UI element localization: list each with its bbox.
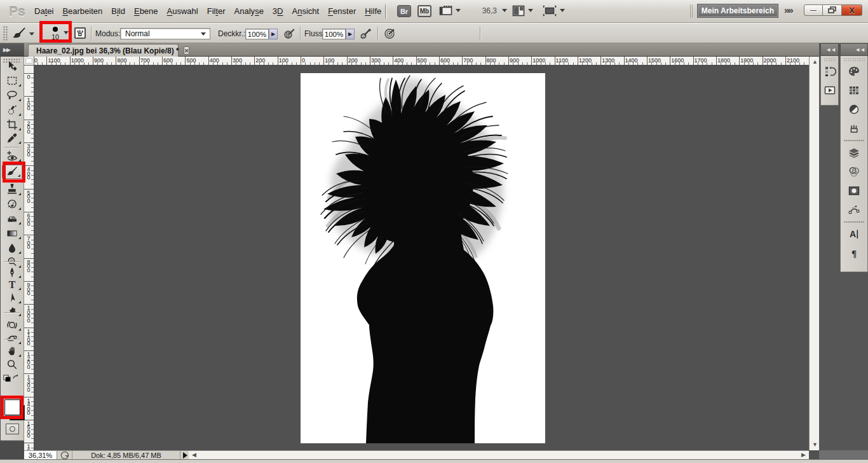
- history-brush-tool[interactable]: [2, 197, 22, 211]
- move-icon: [6, 60, 18, 72]
- panel-color-button[interactable]: [841, 62, 867, 80]
- menu-filter[interactable]: Filter: [203, 4, 230, 18]
- options-bar-grip[interactable]: [3, 26, 8, 41]
- arrange-documents-arrow[interactable]: [528, 9, 533, 12]
- tab-close-button[interactable]: ✕: [184, 46, 190, 55]
- hand-tool[interactable]: [2, 344, 22, 358]
- panel-paths-button[interactable]: [841, 201, 867, 219]
- flow-slider-button[interactable]: ▶: [346, 29, 355, 39]
- panel-swatches-button[interactable]: [841, 81, 867, 99]
- menu-bearbeiten[interactable]: Bearbeiten: [58, 4, 107, 18]
- default-colors-icon[interactable]: [3, 373, 20, 382]
- panel-masks-button[interactable]: [841, 182, 867, 200]
- menu-3d[interactable]: 3D: [268, 4, 288, 18]
- panel-styles-button[interactable]: [841, 100, 867, 118]
- tool-preset-arrow[interactable]: [29, 32, 34, 36]
- panel-layers-button[interactable]: [841, 144, 867, 162]
- marquee-tool[interactable]: [2, 74, 22, 88]
- tool-flyout-indicator: [18, 314, 21, 316]
- toolbox: [0, 57, 24, 441]
- scroll-left-icon[interactable]: ◀: [192, 452, 196, 458]
- quick-selection-tool[interactable]: [2, 103, 22, 117]
- crop-icon: [6, 119, 18, 130]
- crop-tool[interactable]: [2, 118, 22, 132]
- zoom-level-arrow[interactable]: [502, 9, 507, 12]
- airbrush-icon[interactable]: [359, 27, 372, 40]
- horizontal-ruler[interactable]: 1200110010009008007006005004003002001000…: [34, 57, 809, 66]
- status-zoom-field[interactable]: 36,31%: [24, 451, 57, 460]
- tool-preset-picker[interactable]: [11, 27, 27, 41]
- vertical-ruler[interactable]: 0100200300400500600700800900100011001200…: [24, 66, 34, 450]
- menu-ansicht[interactable]: Ansicht: [287, 4, 323, 18]
- under-toolbox-area: [0, 441, 24, 459]
- close-button[interactable]: X: [842, 4, 862, 16]
- dock-corner: [819, 450, 868, 459]
- eraser-tool[interactable]: [2, 212, 22, 226]
- launch-bridge-button[interactable]: Br: [397, 5, 411, 17]
- view-extras-button[interactable]: [439, 5, 453, 17]
- red-eye-tool[interactable]: [2, 149, 22, 163]
- shape-tool[interactable]: [2, 303, 22, 317]
- clone-stamp-tool[interactable]: [2, 183, 22, 197]
- menu-analyse[interactable]: Analyse: [230, 4, 268, 18]
- panel-paragraph-button[interactable]: [841, 244, 867, 262]
- horizontal-scrollbar[interactable]: ◀ ▶: [189, 450, 809, 459]
- arrange-documents-button[interactable]: [512, 5, 525, 17]
- lasso-tool[interactable]: [2, 88, 22, 102]
- blend-mode-select[interactable]: Normal: [120, 28, 210, 39]
- eyedropper-tool[interactable]: [2, 131, 22, 145]
- status-page-icon[interactable]: [58, 451, 71, 460]
- flow-input[interactable]: 100%: [322, 29, 346, 39]
- vertical-scrollbar[interactable]: ▲ ▼: [809, 57, 819, 450]
- minimize-button[interactable]: [804, 4, 823, 16]
- opacity-slider-button[interactable]: ▶: [269, 29, 278, 39]
- workspace-switcher-button[interactable]: Mein Arbeitsbereich: [697, 4, 778, 18]
- workspace-overflow-chevron[interactable]: »»: [784, 4, 792, 15]
- quick-mask-button[interactable]: [6, 424, 19, 434]
- blur-tool[interactable]: [2, 241, 22, 255]
- restore-button[interactable]: [823, 4, 842, 16]
- 3d-rotate-tool[interactable]: [2, 318, 22, 332]
- menu-bild[interactable]: Bild: [107, 4, 130, 18]
- blend-mode-value: Normal: [125, 29, 150, 38]
- panel-history-button[interactable]: [821, 62, 838, 80]
- tablet-opacity-icon[interactable]: [283, 27, 295, 40]
- screen-mode-button[interactable]: [543, 5, 557, 17]
- document-tab[interactable]: Haare_02.jpg bei 36,3% (Blau Kopie/8) * …: [28, 44, 179, 57]
- view-extras-arrow[interactable]: [456, 9, 461, 12]
- opacity-input[interactable]: 100%: [245, 29, 269, 39]
- 3d-orbit-tool[interactable]: [2, 331, 22, 345]
- tablet-flow-icon[interactable]: [383, 27, 396, 40]
- menu-datei[interactable]: Datei: [30, 4, 58, 18]
- canvas-area[interactable]: [34, 66, 809, 450]
- toolbox-collapse-button[interactable]: ▶▶: [0, 43, 24, 57]
- device-central-button[interactable]: Mb: [417, 5, 431, 17]
- path-selection-tool[interactable]: [2, 291, 22, 305]
- tool-flyout-indicator: [18, 237, 21, 239]
- history-brush-icon: [6, 198, 18, 210]
- toggle-brushes-panel-button[interactable]: [74, 27, 86, 39]
- panel-channels-button[interactable]: [841, 163, 867, 181]
- menu-ebene[interactable]: Ebene: [130, 4, 163, 18]
- scroll-up-icon[interactable]: ▲: [812, 59, 818, 65]
- zoom-tool[interactable]: [2, 357, 22, 371]
- zoom-level-field[interactable]: 36,3: [475, 6, 497, 15]
- scroll-right-icon[interactable]: ▶: [801, 452, 806, 458]
- panel-brushes-button[interactable]: [841, 120, 867, 137]
- panel-actions-button[interactable]: [821, 81, 838, 99]
- menu-hilfe[interactable]: Hilfe: [360, 4, 386, 18]
- dock-collapse-right[interactable]: ◄◄: [840, 43, 868, 56]
- panel-character-button[interactable]: [841, 225, 867, 243]
- dock-collapse-left[interactable]: ◄◄: [820, 43, 839, 56]
- menu-auswahl[interactable]: Auswahl: [163, 4, 203, 18]
- status-flyout-button[interactable]: [182, 452, 189, 459]
- screen-mode-arrow[interactable]: [560, 9, 565, 12]
- scroll-down-icon[interactable]: ▼: [812, 442, 818, 448]
- gradient-tool[interactable]: [2, 226, 22, 240]
- document-size-info: Dok: 4,85 MB/6,47 MB: [72, 451, 180, 460]
- ruler-origin-corner[interactable]: [24, 57, 34, 66]
- gradient-icon: [6, 228, 18, 239]
- menu-fenster[interactable]: Fenster: [323, 4, 360, 18]
- type-tool[interactable]: [2, 277, 22, 291]
- move-tool[interactable]: [2, 59, 22, 73]
